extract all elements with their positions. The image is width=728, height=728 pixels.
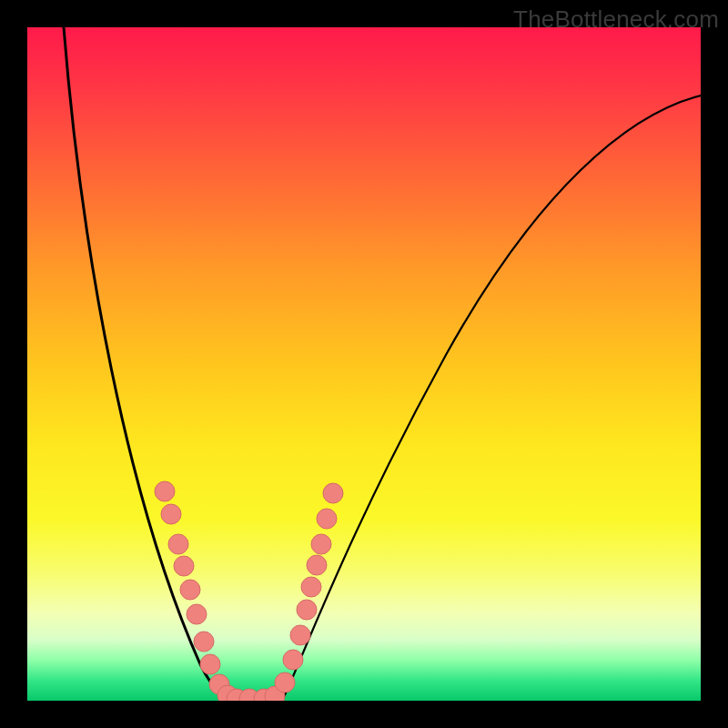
data-marker [275, 672, 295, 693]
data-marker [301, 577, 321, 597]
data-marker [290, 625, 310, 645]
data-marker [187, 604, 207, 624]
data-marker [317, 509, 337, 529]
data-marker [297, 600, 317, 620]
data-markers [155, 481, 343, 701]
data-marker [283, 650, 303, 670]
series-left-curve [64, 27, 237, 701]
data-marker [307, 555, 327, 575]
data-marker [174, 556, 194, 576]
data-marker [323, 483, 343, 503]
chart-frame: TheBottleneck.com [0, 0, 728, 728]
data-marker [155, 481, 175, 501]
curve-lines [64, 27, 701, 701]
series-right-curve [282, 96, 701, 701]
data-marker [180, 580, 200, 600]
plot-area [27, 27, 701, 701]
chart-svg [27, 27, 701, 701]
data-marker [194, 632, 214, 652]
data-marker [161, 504, 181, 524]
watermark-text: TheBottleneck.com [513, 5, 719, 34]
data-marker [200, 654, 220, 674]
data-marker [311, 534, 331, 554]
data-marker [168, 534, 188, 554]
